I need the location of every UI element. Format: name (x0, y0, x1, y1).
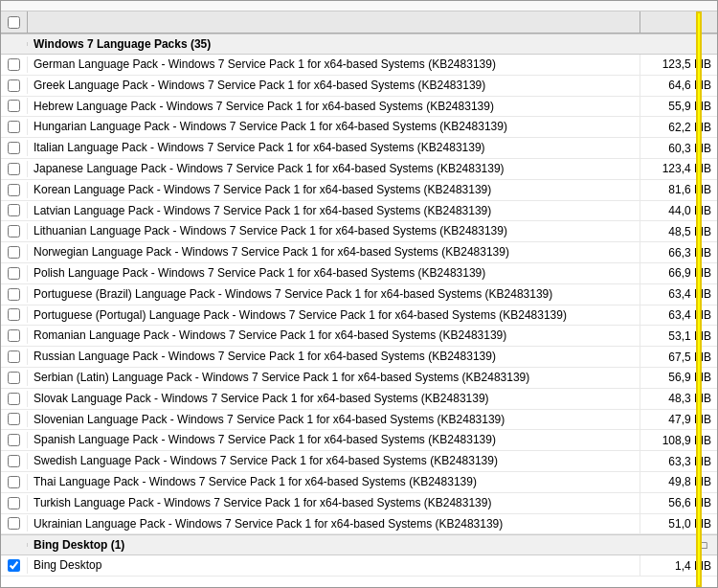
table-row: Japanese Language Pack - Windows 7 Servi… (1, 159, 717, 180)
update-checkbox[interactable] (8, 288, 20, 301)
update-name: Lithuanian Language Pack - Windows 7 Ser… (28, 221, 640, 241)
update-size: 1,4 MB (640, 557, 717, 575)
row-checkbox-wrapper (1, 57, 28, 73)
table-row: Serbian (Latin) Language Pack - Windows … (1, 368, 717, 389)
update-checkbox[interactable] (8, 476, 20, 488)
row-checkbox-wrapper (1, 244, 28, 260)
table-row: Ukrainian Language Pack - Windows 7 Serv… (1, 514, 717, 535)
table-row: German Language Pack - Windows 7 Service… (1, 55, 717, 76)
table-row: Norwegian Language Pack - Windows 7 Serv… (1, 242, 717, 263)
update-checkbox[interactable] (8, 559, 20, 572)
update-size: 47,9 MB (640, 411, 717, 428)
update-size: 64,6 MB (640, 77, 717, 94)
update-checkbox[interactable] (8, 393, 20, 405)
update-name: Greek Language Pack - Windows 7 Service … (28, 76, 640, 96)
update-name: Slovenian Language Pack - Windows 7 Serv… (28, 410, 640, 430)
update-size: 55,9 MB (640, 98, 717, 115)
update-checkbox[interactable] (8, 413, 20, 425)
row-checkbox-wrapper (1, 391, 28, 407)
row-checkbox-wrapper (1, 140, 28, 156)
update-size: 66,9 MB (640, 264, 717, 282)
update-checkbox[interactable] (8, 142, 20, 154)
update-checkbox[interactable] (8, 372, 20, 384)
group-header-bing-desktop: Bing Desktop (1)□ (1, 534, 717, 555)
row-checkbox-wrapper (1, 202, 28, 218)
update-checkbox[interactable] (8, 121, 20, 133)
update-checkbox[interactable] (8, 58, 20, 71)
update-size: 108,9 MB (640, 432, 717, 449)
update-name: Romanian Language Pack - Windows 7 Servi… (28, 326, 640, 346)
row-checkbox-wrapper (1, 370, 28, 386)
row-checkbox-wrapper (1, 495, 28, 511)
update-list-scroll[interactable]: Windows 7 Language Packs (35)German Lang… (1, 34, 717, 587)
update-checkbox[interactable] (8, 434, 20, 446)
row-checkbox-wrapper (1, 286, 28, 303)
group-collapse-bing-desktop[interactable]: □ (694, 539, 713, 551)
table-row: Polish Language Pack - Windows 7 Service… (1, 263, 717, 284)
main-container: Windows 7 Language Packs (35)German Lang… (0, 0, 718, 588)
update-size: 56,6 MB (640, 494, 717, 511)
group-check-bing-desktop (1, 543, 28, 547)
update-checkbox[interactable] (8, 517, 20, 530)
group-check-language-packs (1, 42, 28, 46)
row-checkbox-wrapper (1, 557, 28, 574)
update-name: Slovak Language Pack - Windows 7 Service… (28, 389, 640, 409)
update-checkbox[interactable] (8, 184, 20, 196)
table-row: Romanian Language Pack - Windows 7 Servi… (1, 326, 717, 347)
table-row: Latvian Language Pack - Windows 7 Servic… (1, 201, 717, 222)
update-name: Italian Language Pack - Windows 7 Servic… (28, 138, 640, 158)
row-checkbox-wrapper (1, 306, 28, 323)
update-checkbox[interactable] (8, 308, 20, 321)
update-checkbox[interactable] (8, 329, 20, 342)
update-checkbox[interactable] (8, 204, 20, 216)
update-name: Swedish Language Pack - Windows 7 Servic… (28, 451, 640, 471)
row-checkbox-wrapper (1, 349, 28, 365)
update-name: Spanish Language Pack - Windows 7 Servic… (28, 430, 640, 450)
update-name: Norwegian Language Pack - Windows 7 Serv… (28, 242, 640, 262)
update-checkbox[interactable] (8, 246, 20, 259)
row-checkbox-wrapper (1, 328, 28, 344)
header-size-col (640, 11, 717, 33)
row-checkbox-wrapper (1, 161, 28, 177)
update-size: 56,9 MB (640, 369, 717, 386)
update-name: Polish Language Pack - Windows 7 Service… (28, 263, 640, 283)
update-checkbox[interactable] (8, 267, 20, 280)
table-row: Thai Language Pack - Windows 7 Service P… (1, 472, 717, 493)
table-row: Russian Language Pack - Windows 7 Servic… (1, 347, 717, 368)
table-row: Slovak Language Pack - Windows 7 Service… (1, 389, 717, 410)
row-checkbox-wrapper (1, 474, 28, 490)
row-checkbox-wrapper (1, 182, 28, 198)
table-row: Lithuanian Language Pack - Windows 7 Ser… (1, 221, 717, 242)
update-checkbox[interactable] (8, 497, 20, 509)
select-all-checkbox[interactable] (8, 16, 20, 29)
update-size: 63,3 MB (640, 453, 717, 470)
update-size: 67,5 MB (640, 349, 717, 366)
update-size: 63,4 MB (640, 285, 717, 303)
update-size: 60,3 MB (640, 140, 717, 157)
update-size: 48,5 MB (640, 223, 717, 240)
update-checkbox[interactable] (8, 100, 20, 112)
update-size: 66,3 MB (640, 244, 717, 261)
update-name: Thai Language Pack - Windows 7 Service P… (28, 472, 640, 492)
update-checkbox[interactable] (8, 455, 20, 467)
row-checkbox-wrapper (1, 453, 28, 469)
update-name: Turkish Language Pack - Windows 7 Servic… (28, 493, 640, 513)
row-checkbox-wrapper (1, 411, 28, 427)
table-row: Italian Language Pack - Windows 7 Servic… (1, 138, 717, 159)
table-row: Spanish Language Pack - Windows 7 Servic… (1, 430, 717, 451)
update-size: 81,6 MB (640, 181, 717, 198)
update-checkbox[interactable] (8, 351, 20, 363)
update-checkbox[interactable] (8, 225, 20, 237)
table-row: Hebrew Language Pack - Windows 7 Service… (1, 97, 717, 118)
row-checkbox-wrapper (1, 78, 28, 94)
table-row: Portuguese (Brazil) Language Pack - Wind… (1, 284, 717, 305)
update-name: German Language Pack - Windows 7 Service… (28, 55, 640, 75)
update-name: Hebrew Language Pack - Windows 7 Service… (28, 97, 640, 117)
update-checkbox[interactable] (8, 163, 20, 175)
row-checkbox-wrapper (1, 265, 28, 282)
update-name: Serbian (Latin) Language Pack - Windows … (28, 368, 640, 388)
group-label-language-packs: Windows 7 Language Packs (35) (28, 35, 694, 53)
row-checkbox-wrapper (1, 119, 28, 135)
update-checkbox[interactable] (8, 79, 20, 92)
table-wrapper: Windows 7 Language Packs (35)German Lang… (1, 11, 717, 587)
